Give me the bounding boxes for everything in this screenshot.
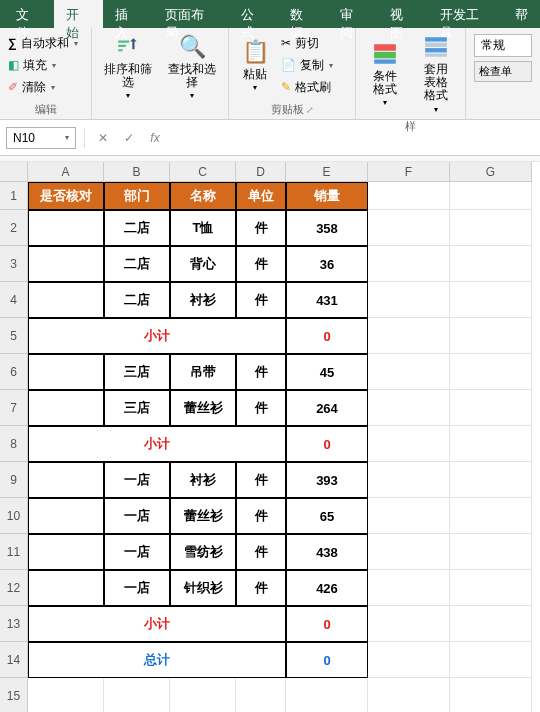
col-header[interactable]: F: [368, 162, 450, 182]
cell[interactable]: 小计: [28, 426, 286, 462]
cell[interactable]: 小计: [28, 318, 286, 354]
cell[interactable]: [450, 354, 532, 390]
cell[interactable]: [28, 462, 104, 498]
cell[interactable]: 426: [286, 570, 368, 606]
cell[interactable]: 小计: [28, 606, 286, 642]
tab-formulas[interactable]: 公式: [229, 0, 279, 28]
cell[interactable]: [368, 182, 450, 210]
cell[interactable]: [286, 678, 368, 712]
cell[interactable]: [28, 534, 104, 570]
row-header[interactable]: 4: [0, 282, 28, 318]
cell[interactable]: 件: [236, 210, 286, 246]
cell[interactable]: 438: [286, 534, 368, 570]
cell[interactable]: [28, 246, 104, 282]
cell[interactable]: 0: [286, 606, 368, 642]
check-button[interactable]: 检查单: [474, 61, 532, 82]
col-header[interactable]: D: [236, 162, 286, 182]
cell[interactable]: 背心: [170, 246, 236, 282]
format-painter-button[interactable]: ✎格式刷: [277, 77, 337, 98]
cell[interactable]: [368, 426, 450, 462]
fill-button[interactable]: ◧填充▾: [4, 55, 82, 76]
cell[interactable]: [450, 570, 532, 606]
row-header[interactable]: 1: [0, 182, 28, 210]
cell[interactable]: [450, 534, 532, 570]
cell[interactable]: 名称: [170, 182, 236, 210]
cell[interactable]: 一店: [104, 498, 170, 534]
select-all-corner[interactable]: [0, 162, 28, 182]
cell[interactable]: [368, 390, 450, 426]
tab-review[interactable]: 审阅: [328, 0, 378, 28]
cell[interactable]: [450, 678, 532, 712]
cell[interactable]: 65: [286, 498, 368, 534]
row-header[interactable]: 14: [0, 642, 28, 678]
tab-layout[interactable]: 页面布局: [153, 0, 228, 28]
cancel-formula-icon[interactable]: ✕: [93, 131, 113, 145]
cell[interactable]: 0: [286, 318, 368, 354]
row-header[interactable]: 10: [0, 498, 28, 534]
cell[interactable]: 45: [286, 354, 368, 390]
cell[interactable]: [450, 606, 532, 642]
cell[interactable]: 件: [236, 246, 286, 282]
cell[interactable]: [368, 282, 450, 318]
row-header[interactable]: 11: [0, 534, 28, 570]
cell[interactable]: 部门: [104, 182, 170, 210]
table-format-button[interactable]: 套用 表格格式▾: [411, 30, 461, 117]
name-box[interactable]: N10▾: [6, 127, 76, 149]
cell[interactable]: 二店: [104, 210, 170, 246]
copy-button[interactable]: 📄复制▾: [277, 55, 337, 76]
cell[interactable]: 蕾丝衫: [170, 390, 236, 426]
cell[interactable]: [104, 678, 170, 712]
cell[interactable]: [236, 678, 286, 712]
cell[interactable]: 0: [286, 426, 368, 462]
cell[interactable]: [450, 462, 532, 498]
cell[interactable]: [450, 390, 532, 426]
cell[interactable]: 358: [286, 210, 368, 246]
cell[interactable]: [368, 570, 450, 606]
cell[interactable]: [28, 210, 104, 246]
formula-input[interactable]: [173, 127, 534, 149]
cell[interactable]: [28, 570, 104, 606]
cell[interactable]: [450, 182, 532, 210]
clear-button[interactable]: ✐清除▾: [4, 77, 82, 98]
row-header[interactable]: 13: [0, 606, 28, 642]
cell[interactable]: 三店: [104, 354, 170, 390]
cell[interactable]: 件: [236, 390, 286, 426]
cell[interactable]: 衬衫: [170, 282, 236, 318]
fx-icon[interactable]: fx: [145, 131, 165, 145]
cell[interactable]: [28, 354, 104, 390]
cell[interactable]: 264: [286, 390, 368, 426]
number-format-dropdown[interactable]: 常规: [474, 34, 532, 57]
cell[interactable]: [450, 282, 532, 318]
cell[interactable]: [368, 246, 450, 282]
cell[interactable]: 衬衫: [170, 462, 236, 498]
cell[interactable]: 36: [286, 246, 368, 282]
paste-button[interactable]: 📋 粘贴▾: [233, 30, 277, 100]
enter-formula-icon[interactable]: ✓: [119, 131, 139, 145]
tab-help[interactable]: 帮: [503, 0, 540, 28]
cell[interactable]: 一店: [104, 570, 170, 606]
group-label-clipboard[interactable]: 剪贴板⤢: [233, 100, 351, 119]
row-header[interactable]: 6: [0, 354, 28, 390]
row-header[interactable]: 9: [0, 462, 28, 498]
cell[interactable]: 吊带: [170, 354, 236, 390]
autosum-button[interactable]: ∑自动求和▾: [4, 33, 82, 54]
cell[interactable]: [450, 246, 532, 282]
cell[interactable]: [28, 498, 104, 534]
tab-dev[interactable]: 开发工具: [428, 0, 503, 28]
row-header[interactable]: 15: [0, 678, 28, 712]
cell[interactable]: [368, 642, 450, 678]
cell[interactable]: 二店: [104, 282, 170, 318]
cell[interactable]: [368, 210, 450, 246]
cell[interactable]: [368, 354, 450, 390]
col-header[interactable]: B: [104, 162, 170, 182]
cell[interactable]: [368, 534, 450, 570]
cell[interactable]: 件: [236, 498, 286, 534]
cell[interactable]: [450, 210, 532, 246]
col-header[interactable]: G: [450, 162, 532, 182]
cell[interactable]: 蕾丝衫: [170, 498, 236, 534]
tab-insert[interactable]: 插入: [103, 0, 153, 28]
col-header[interactable]: E: [286, 162, 368, 182]
cell[interactable]: 是否核对: [28, 182, 104, 210]
find-select-button[interactable]: 🔍 查找和选择▾: [160, 30, 224, 103]
cell[interactable]: 393: [286, 462, 368, 498]
